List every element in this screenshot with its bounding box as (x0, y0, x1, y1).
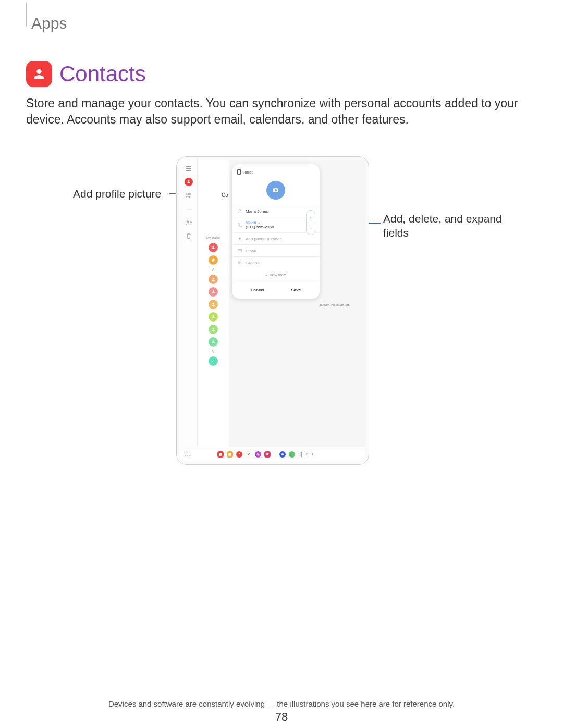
list-avatar[interactable] (209, 275, 218, 284)
dock-chrome-icon[interactable] (246, 451, 252, 458)
main-pane: Co Tablet Maria Jones (229, 160, 365, 447)
person-icon (237, 208, 242, 214)
background-hint-text: ct from the list on left. (320, 303, 361, 307)
svg-rect-4 (238, 250, 242, 252)
svg-point-2 (187, 220, 189, 222)
my-profile-label: My profile (206, 236, 220, 239)
list-avatar[interactable] (209, 255, 218, 265)
callout-expand-fields: Add, delete, and expand fields (383, 212, 513, 240)
list-avatar[interactable] (209, 312, 218, 322)
add-phone-label: Add phone number (246, 237, 281, 241)
svg-point-5 (239, 262, 240, 263)
dock-app-icon[interactable] (289, 451, 295, 458)
view-more-button[interactable]: ⌄View more (232, 268, 320, 279)
svg-point-3 (239, 209, 241, 211)
hamburger-icon[interactable]: ☰ (185, 164, 193, 172)
name-value: Maria Jones (246, 209, 268, 214)
svg-rect-10 (266, 453, 268, 455)
rail-dots: ⋯ (185, 205, 193, 213)
header-divider (26, 3, 27, 27)
groups-icon (237, 260, 242, 265)
callout-add-profile-picture: Add profile picture (73, 188, 161, 200)
svg-point-6 (240, 262, 241, 263)
storage-location: Tablet (243, 170, 253, 174)
partial-text: Co (222, 192, 228, 198)
intro-paragraph: Store and manage your contacts. You can … (26, 95, 537, 128)
dock-app-icon[interactable] (236, 451, 242, 458)
svg-point-13 (292, 453, 293, 454)
home-nav-icon[interactable]: ○ (305, 451, 309, 457)
svg-point-1 (189, 194, 191, 195)
device-figure: Add profile picture Add, delete, and exp… (26, 156, 537, 490)
contacts-rail-icon[interactable] (185, 178, 193, 186)
recents-nav-icon[interactable]: ||| (298, 451, 302, 457)
add-contact-rail-icon[interactable] (185, 218, 193, 227)
nav-rail: ☰ ⋯ (180, 160, 198, 447)
profile-picture-button[interactable] (266, 181, 285, 200)
phone-value: (311) 555-2368 (246, 225, 274, 229)
back-nav-icon[interactable]: ‹ (312, 451, 313, 457)
save-button[interactable]: Save (291, 288, 301, 292)
groups-field[interactable]: Groups (232, 256, 320, 268)
svg-point-15 (292, 454, 293, 455)
tablet-icon (237, 169, 241, 175)
svg-point-12 (291, 453, 291, 454)
list-avatar[interactable] (209, 243, 218, 252)
app-drawer-icon[interactable]: ⁚⁚⁚ (184, 451, 190, 458)
page-number: 78 (0, 710, 563, 724)
alpha-header: A (212, 268, 215, 272)
minus-icon[interactable]: − (307, 223, 315, 235)
svg-point-11 (282, 453, 284, 455)
list-avatar[interactable] (209, 356, 218, 366)
svg-rect-7 (228, 453, 231, 455)
dock-divider (275, 451, 275, 458)
phone-type-dropdown[interactable]: Mobile ⌄ (246, 220, 274, 224)
page-title: Contacts (59, 61, 146, 87)
email-placeholder: Email (246, 249, 256, 253)
email-field[interactable]: Email (232, 244, 320, 256)
list-avatar[interactable] (209, 325, 218, 334)
chevron-down-icon[interactable]: ⌄ (307, 211, 315, 223)
dock-app-icon[interactable] (279, 451, 286, 458)
groups-placeholder: Groups (246, 261, 259, 265)
dock-app-icon[interactable] (227, 451, 233, 458)
add-phone-field[interactable]: + Add phone number (232, 232, 320, 244)
svg-point-0 (187, 193, 189, 195)
cancel-button[interactable]: Cancel (251, 288, 264, 292)
svg-point-14 (291, 454, 291, 455)
contacts-app-icon (26, 61, 52, 87)
contact-side-list: My profile A V (198, 160, 229, 447)
trash-rail-icon[interactable] (185, 232, 193, 240)
breadcrumb: Apps (31, 15, 537, 32)
plus-icon: + (237, 236, 242, 241)
dock-app-icon[interactable] (264, 451, 271, 458)
groups-rail-icon[interactable] (185, 191, 193, 200)
device-frame: ☰ ⋯ (176, 156, 369, 465)
alpha-header: V (212, 350, 215, 353)
list-avatar[interactable] (209, 300, 218, 309)
list-avatar[interactable] (209, 337, 218, 347)
device-dock: ⁚⁚⁚ ||| ○ ‹ (180, 447, 365, 461)
dock-app-icon[interactable] (217, 451, 224, 458)
dock-app-icon[interactable] (255, 451, 261, 458)
expand-collapse-control[interactable]: ⌄ − (306, 210, 315, 235)
list-avatar[interactable] (209, 287, 218, 297)
phone-icon (237, 223, 242, 228)
footer-disclaimer: Devices and software are constantly evol… (0, 699, 563, 708)
email-icon (237, 248, 242, 253)
